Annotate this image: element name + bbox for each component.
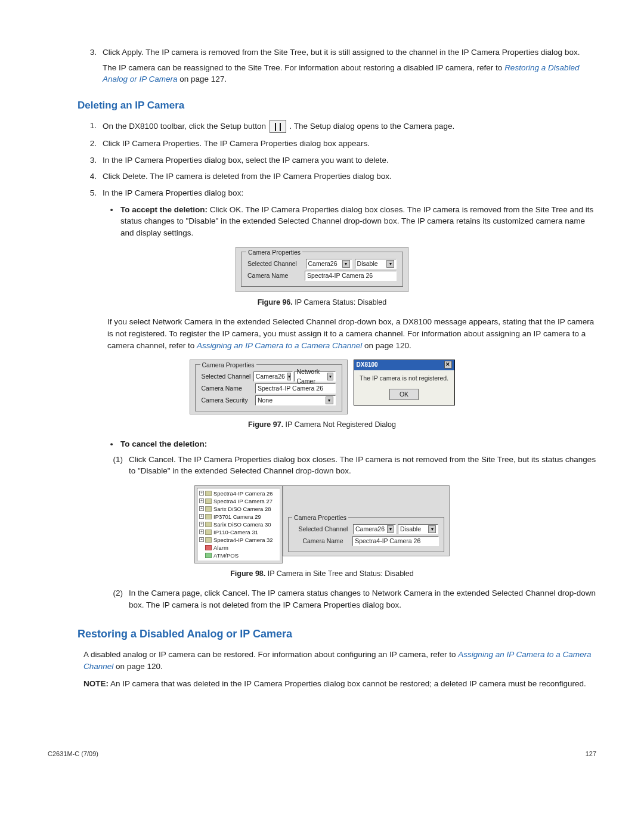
expand-icon[interactable]: + bbox=[199, 529, 204, 534]
groupbox-legend: Camera Properties bbox=[246, 248, 302, 257]
camera-properties-dialog: Camera Properties Selected Channel Camer… bbox=[236, 247, 408, 292]
tree-item-alarm[interactable]: Alarm bbox=[199, 544, 278, 552]
site-tree-panel: +Spectra4-IP Camera 26 +Spectra4 IP Came… bbox=[194, 485, 283, 563]
input-value: Spectra4-IP Camera 26 bbox=[355, 537, 420, 546]
del-step-1: 1 On the DX8100 toolbar, click the Setup… bbox=[83, 120, 596, 133]
site-tree[interactable]: +Spectra4-IP Camera 26 +Spectra4 IP Came… bbox=[197, 488, 280, 561]
tree-label: Sarix DiSO Camera 28 bbox=[213, 505, 271, 513]
camera-properties-dialog: Camera Properties Selected Channel Camer… bbox=[190, 360, 348, 414]
substep-body: In the Camera page, click Cancel. The IP… bbox=[129, 587, 596, 611]
tree-item[interactable]: +Spectra4-IP Camera 32 bbox=[199, 536, 278, 544]
restore-paragraph-1: A disabled analog or IP camera can be re… bbox=[83, 649, 596, 672]
cancel-substep-1: (1) Click Cancel. The IP Camera Properti… bbox=[107, 454, 596, 477]
chevron-down-icon bbox=[327, 373, 333, 380]
camera-icon bbox=[205, 498, 212, 504]
figure-96: Camera Properties Selected Channel Camer… bbox=[48, 247, 596, 292]
label-camera-name: Camera Name bbox=[293, 537, 352, 546]
tree-item[interactable]: +IP3701 Camera 29 bbox=[199, 513, 278, 521]
del-step-2: 2 Click IP Camera Properties. The IP Cam… bbox=[83, 138, 596, 150]
camera-icon bbox=[205, 522, 212, 527]
input-value: Spectra4-IP Camera 26 bbox=[307, 271, 373, 280]
tree-label: IP3701 Camera 29 bbox=[213, 513, 261, 521]
selected-channel-dropdown[interactable]: Camera26 bbox=[306, 259, 352, 269]
restore-note: NOTE: An IP camera that was deleted in t… bbox=[83, 678, 596, 690]
text: on page 127. bbox=[178, 75, 227, 83]
camera-name-input[interactable]: Spectra4-IP Camera 26 bbox=[305, 271, 397, 281]
expand-icon[interactable]: + bbox=[199, 522, 204, 527]
chevron-down-icon bbox=[342, 260, 350, 268]
close-icon[interactable]: ✕ bbox=[444, 361, 452, 368]
tree-label: IP110-Camera 31 bbox=[213, 528, 258, 537]
ok-button[interactable]: OK bbox=[389, 389, 419, 400]
tree-label: Alarm bbox=[213, 544, 228, 552]
page-footer: C2631M-C (7/09) 127 bbox=[48, 750, 596, 759]
chevron-down-icon bbox=[387, 525, 394, 533]
expand-icon[interactable]: + bbox=[199, 514, 204, 519]
del-step-5: 5 In the IP Camera Properties dialog box… bbox=[83, 187, 596, 199]
bullet-icon: • bbox=[107, 204, 116, 239]
del-step-4: 4 Click Delete. The IP camera is deleted… bbox=[83, 171, 596, 182]
note-text: An IP camera that was deleted in the IP … bbox=[109, 679, 586, 688]
link-assigning-ip-camera[interactable]: Assigning an IP Camera to a Camera Chann… bbox=[197, 341, 362, 350]
step-number: 5 bbox=[83, 187, 97, 199]
footer-doc-id: C2631M-C (7/09) bbox=[48, 750, 98, 759]
figure-98-caption: Figure 98. IP Camera in Site Tree and St… bbox=[48, 568, 596, 579]
expand-icon[interactable]: + bbox=[199, 498, 204, 503]
tree-item-atmpos[interactable]: ATM/POS bbox=[199, 552, 278, 559]
label-selected-channel: Selected Channel bbox=[202, 372, 253, 381]
selected-channel-dropdown[interactable]: Camera26 bbox=[253, 371, 293, 382]
text: . The Setup dialog opens to the Camera p… bbox=[289, 122, 454, 131]
chevron-down-icon bbox=[326, 397, 333, 404]
tree-item[interactable]: +IP110-Camera 31 bbox=[199, 528, 278, 536]
step-body: In the IP Camera Properties dialog box: bbox=[103, 187, 596, 199]
dropdown-value: Disable bbox=[400, 525, 421, 534]
step-3-subtext: The IP camera can be reassigned to the S… bbox=[103, 62, 596, 85]
selected-channel-dropdown[interactable]: Camera26 bbox=[353, 524, 396, 534]
bullet-lead: To accept the deletion: bbox=[120, 205, 208, 214]
tree-item[interactable]: +Spectra4 IP Camera 27 bbox=[199, 497, 278, 505]
bullet-accept-deletion: • To accept the deletion: Click OK. The … bbox=[107, 204, 596, 239]
chevron-down-icon bbox=[386, 260, 394, 268]
step-3-text: Click Apply. The IP camera is removed fr… bbox=[103, 47, 596, 58]
camera-icon bbox=[205, 506, 212, 512]
setup-button-icon bbox=[270, 120, 286, 133]
substep-body: Click Cancel. The IP Camera Properties d… bbox=[129, 454, 596, 477]
status-dropdown[interactable]: Network Camer bbox=[294, 371, 335, 382]
tree-label: Spectra4 IP Camera 27 bbox=[213, 497, 273, 506]
status-dropdown[interactable]: Disable bbox=[398, 524, 438, 534]
chevron-down-icon bbox=[428, 525, 436, 533]
camera-name-input[interactable]: Spectra4-IP Camera 26 bbox=[352, 536, 439, 546]
camera-name-input[interactable]: Spectra4-IP Camera 26 bbox=[255, 383, 336, 394]
del-step-3: 3 In the IP Camera Properties dialog box… bbox=[83, 154, 596, 166]
tree-label: Spectra4-IP Camera 32 bbox=[213, 536, 273, 544]
status-dropdown[interactable]: Disable bbox=[355, 259, 397, 269]
expand-icon[interactable]: + bbox=[199, 491, 204, 496]
note-label: NOTE: bbox=[83, 679, 109, 688]
camera-icon bbox=[205, 537, 212, 543]
expand-icon[interactable]: + bbox=[199, 506, 204, 511]
tree-label: Sarix DiSO Camera 30 bbox=[213, 521, 271, 529]
dropdown-value: Disable bbox=[357, 259, 378, 268]
figure-97: Camera Properties Selected Channel Camer… bbox=[48, 360, 596, 414]
text: On the DX8100 toolbar, click the Setup b… bbox=[103, 122, 268, 131]
label-selected-channel: Selected Channel bbox=[247, 259, 306, 268]
figure-96-caption: Figure 96. IP Camera Status: Disabled bbox=[48, 297, 596, 308]
figure-97-caption: Figure 97. IP Camera Not Registered Dial… bbox=[48, 419, 596, 430]
step-number: 3 bbox=[83, 154, 97, 166]
tree-item[interactable]: +Sarix DiSO Camera 28 bbox=[199, 505, 278, 513]
tree-item[interactable]: +Spectra4-IP Camera 26 bbox=[199, 490, 278, 497]
expand-icon[interactable]: + bbox=[199, 537, 204, 542]
message-box-dx8100: DX8100 ✕ The IP camera is not registered… bbox=[354, 360, 455, 405]
text: on page 120. bbox=[113, 662, 163, 671]
camera-icon bbox=[205, 491, 212, 496]
camera-icon bbox=[205, 514, 212, 519]
caption-label: Figure 97. bbox=[248, 420, 283, 429]
substep-number: (2) bbox=[107, 587, 123, 611]
step-number: 3 bbox=[83, 47, 97, 85]
caption-text: IP Camera in Site Tree and Status: Disab… bbox=[265, 569, 414, 578]
tree-item[interactable]: +Sarix DiSO Camera 30 bbox=[199, 521, 278, 528]
caption-text: IP Camera Status: Disabled bbox=[293, 298, 386, 306]
text: A disabled analog or IP camera can be re… bbox=[83, 650, 458, 659]
tree-label: ATM/POS bbox=[213, 552, 239, 560]
camera-security-dropdown[interactable]: None bbox=[255, 395, 336, 405]
